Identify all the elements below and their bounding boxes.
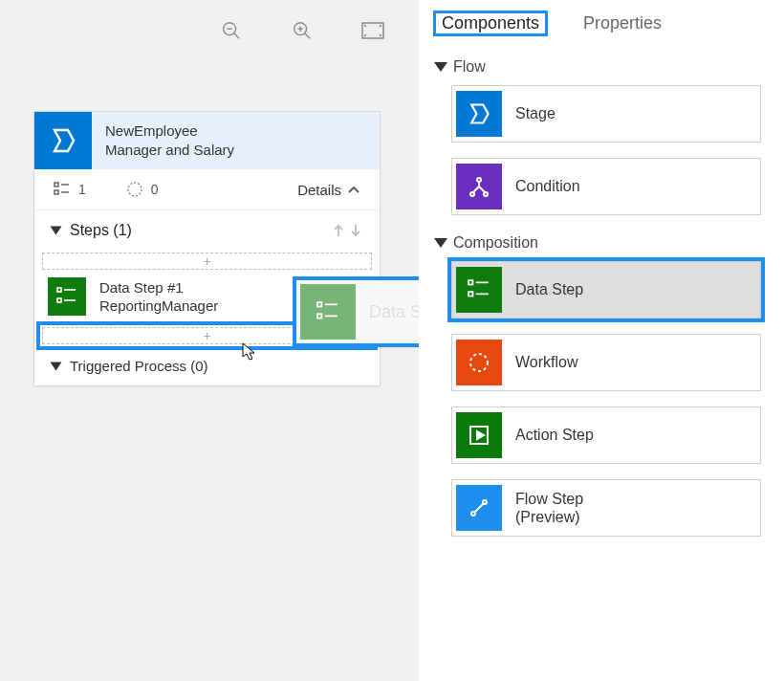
triggered-collapse-icon — [51, 362, 62, 370]
canvas-toolbar — [220, 19, 384, 42]
svg-point-12 — [128, 183, 142, 196]
side-panel: Components Properties Flow Stage Conditi… — [419, 0, 784, 681]
details-label: Details — [297, 182, 341, 198]
component-data-step[interactable]: Data Step — [451, 261, 761, 319]
drop-plus-icon: + — [203, 253, 210, 269]
drop-plus-icon: + — [203, 328, 210, 343]
tab-properties[interactable]: Properties — [583, 13, 662, 33]
data-step-icon — [48, 277, 86, 316]
component-flow-step-label: Flow Step (Preview) — [515, 490, 583, 526]
svg-line-1 — [234, 33, 240, 39]
cycle-count-value: 0 — [151, 182, 159, 197]
flow-components: Stage Condition — [419, 83, 784, 219]
svg-rect-13 — [57, 288, 61, 292]
svg-rect-26 — [468, 292, 472, 296]
composition-components: Data Step Workflow Action Step Flow Step… — [419, 259, 784, 540]
workflow-icon — [456, 340, 502, 385]
list-icon — [54, 182, 71, 197]
details-toggle[interactable]: Details — [297, 182, 360, 198]
svg-point-22 — [470, 192, 474, 196]
stage-cycle-count: 0 — [126, 181, 159, 198]
flow-step-line1: Flow Step — [515, 490, 583, 508]
stage-title: NewEmployee Manager and Salary — [92, 114, 248, 168]
svg-line-4 — [305, 33, 311, 39]
component-condition-label: Condition — [515, 177, 580, 195]
collapse-icon — [434, 62, 447, 72]
component-condition[interactable]: Condition — [451, 158, 761, 215]
fit-screen-button[interactable] — [361, 19, 384, 42]
section-composition[interactable]: Composition — [419, 219, 784, 259]
section-flow-label: Flow — [453, 58, 486, 76]
section-composition-label: Composition — [453, 234, 538, 252]
arrow-down-icon — [349, 223, 362, 238]
stage-chevron-icon — [456, 91, 502, 137]
arrow-up-icon — [332, 223, 345, 238]
svg-rect-10 — [54, 190, 58, 194]
svg-point-23 — [484, 192, 488, 196]
component-action-step[interactable]: Action Step — [451, 406, 761, 464]
component-workflow-label: Workflow — [515, 353, 578, 371]
step-title: Data Step #1 — [99, 278, 218, 297]
component-workflow[interactable]: Workflow — [451, 334, 761, 391]
data-step-icon — [300, 284, 356, 340]
component-stage-label: Stage — [515, 104, 555, 122]
stage-title-line1: NewEmployee — [105, 122, 198, 139]
component-stage[interactable]: Stage — [451, 85, 761, 143]
step-subtitle: ReportingManager — [99, 297, 218, 316]
cycle-icon — [126, 181, 143, 198]
component-action-step-label: Action Step — [515, 426, 594, 444]
triggered-process-row[interactable]: Triggered Process (0) — [34, 348, 380, 385]
stage-meta-row: 1 0 Details — [34, 169, 380, 210]
svg-rect-19 — [317, 314, 321, 318]
section-flow[interactable]: Flow — [419, 43, 784, 83]
svg-rect-17 — [317, 302, 321, 306]
design-canvas[interactable]: NewEmployee Manager and Salary 1 0 Detai… — [0, 0, 419, 681]
flow-step-icon — [456, 485, 502, 531]
action-step-icon — [456, 412, 502, 458]
step-text: Data Step #1 ReportingManager — [99, 278, 218, 316]
stage-card[interactable]: NewEmployee Manager and Salary 1 0 Detai… — [33, 111, 381, 386]
stage-field-count: 1 — [54, 182, 86, 197]
tab-components[interactable]: Components — [436, 13, 545, 33]
zoom-out-button[interactable] — [220, 19, 243, 42]
data-step-icon — [456, 267, 502, 313]
panel-tabs: Components Properties — [419, 0, 784, 43]
component-flow-step[interactable]: Flow Step (Preview) — [451, 479, 761, 537]
steps-header: Steps (1) — [34, 210, 380, 249]
svg-rect-24 — [468, 280, 472, 284]
flow-step-line2: (Preview) — [515, 508, 583, 526]
chevron-up-icon — [347, 185, 360, 194]
svg-point-21 — [477, 178, 481, 182]
zoom-in-button[interactable] — [291, 19, 314, 42]
svg-rect-8 — [54, 183, 58, 187]
steps-collapse-icon[interactable] — [51, 227, 62, 235]
condition-icon — [456, 164, 502, 209]
svg-point-28 — [470, 354, 488, 371]
stage-chevron-icon — [34, 112, 92, 169]
triggered-label: Triggered Process (0) — [70, 358, 208, 374]
stage-header[interactable]: NewEmployee Manager and Salary — [34, 112, 380, 169]
field-count-value: 1 — [78, 182, 86, 197]
drop-zone-before[interactable]: + — [42, 253, 372, 270]
steps-label: Steps (1) — [70, 222, 132, 239]
svg-rect-15 — [57, 298, 61, 302]
mouse-cursor-icon — [242, 342, 257, 362]
step-reorder-arrows[interactable] — [332, 223, 362, 238]
collapse-icon — [434, 238, 447, 248]
component-data-step-label: Data Step — [515, 280, 583, 298]
stage-title-line2: Manager and Salary — [105, 141, 234, 160]
